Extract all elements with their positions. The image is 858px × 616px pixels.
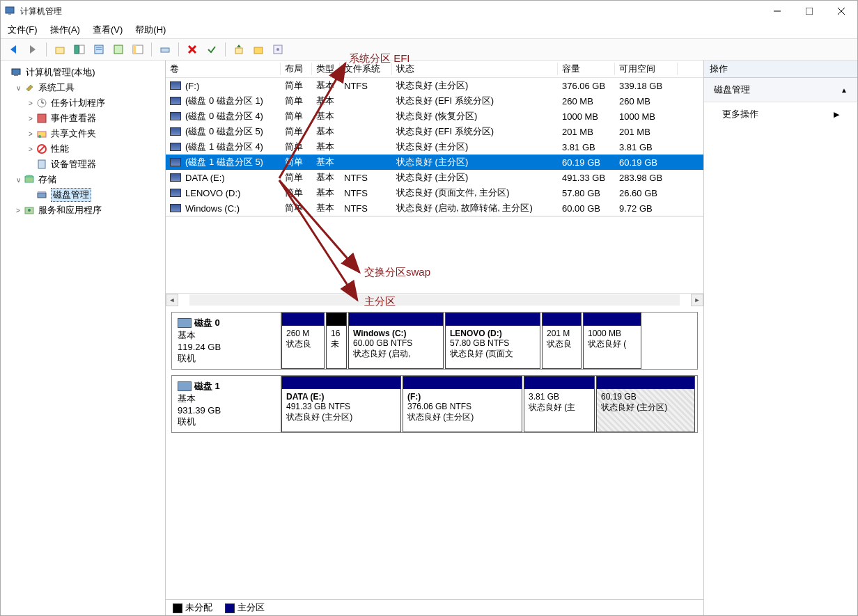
- partition-size: 260 M: [286, 329, 320, 338]
- volume-icon: [170, 158, 181, 166]
- volume-icon: [170, 81, 181, 90]
- tree-item[interactable]: 计算机管理(本地): [1, 65, 165, 80]
- partition[interactable]: 16未: [326, 313, 347, 369]
- menu-help[interactable]: 帮助(H): [135, 24, 166, 36]
- show-hide-tree-button[interactable]: [71, 41, 88, 58]
- settings-icon[interactable]: [157, 41, 173, 58]
- cell: 状态良好 (主分区): [392, 156, 558, 168]
- forward-button[interactable]: [24, 41, 41, 58]
- cell: NTFS: [340, 203, 392, 214]
- tree-item[interactable]: ∨系统工具: [1, 80, 165, 95]
- table-row[interactable]: LENOVO (D:)简单基本NTFS状态良好 (页面文件, 主分区)57.80…: [166, 185, 703, 200]
- partition[interactable]: LENOVO (D:)57.80 GB NTFS状态良好 (页面文: [445, 313, 540, 369]
- annotation-root: 主分区: [364, 295, 396, 308]
- svg-rect-9: [75, 45, 79, 54]
- table-row[interactable]: (磁盘 0 磁盘分区 5)简单基本状态良好 (EFI 系统分区)201 MB20…: [166, 124, 703, 139]
- tree-item[interactable]: >任务计划程序: [1, 95, 165, 111]
- tree-item[interactable]: >性能: [1, 141, 165, 157]
- actions-header: 操作: [704, 61, 857, 78]
- partition-size: 1000 MB: [588, 329, 637, 338]
- partition-size: 57.80 GB NTFS: [450, 338, 536, 348]
- cell: 简单: [281, 95, 312, 107]
- table-row[interactable]: DATA (E:)简单基本NTFS状态良好 (主分区)491.33 GB283.…: [166, 170, 703, 185]
- scroll-track[interactable]: [189, 294, 680, 306]
- disk-name: 磁盘 1: [194, 380, 220, 393]
- scroll-left-icon[interactable]: ◄: [166, 294, 178, 306]
- svg-point-41: [28, 209, 31, 212]
- folder-icon[interactable]: [250, 41, 267, 58]
- disk-info[interactable]: 磁盘 1基本931.39 GB联机: [172, 376, 281, 432]
- export-icon[interactable]: [231, 41, 247, 58]
- disk-size: 119.24 GB: [178, 342, 275, 352]
- partition[interactable]: (F:)376.06 GB NTFS状态良好 (主分区): [403, 376, 522, 432]
- col-layout[interactable]: 布局: [281, 63, 312, 75]
- properties-button[interactable]: [91, 41, 107, 58]
- partition[interactable]: 201 M状态良: [542, 313, 582, 369]
- list-view-button[interactable]: [130, 41, 146, 58]
- table-row[interactable]: (磁盘 1 磁盘分区 5)简单基本状态良好 (主分区)60.19 GB60.19…: [166, 155, 703, 170]
- volume-icon: [170, 143, 181, 151]
- menu-file[interactable]: 文件(F): [8, 24, 38, 36]
- cell: NTFS: [340, 81, 392, 91]
- collapse-icon[interactable]: ▲: [841, 86, 848, 94]
- menu-view[interactable]: 查看(V): [93, 24, 123, 36]
- horizontal-scrollbar[interactable]: ◄ ►: [166, 293, 703, 306]
- svg-rect-16: [133, 45, 136, 54]
- tree-item[interactable]: ∨存储: [1, 172, 165, 187]
- legend: 未分配 主分区: [166, 599, 703, 615]
- table-row[interactable]: (F:)简单基本NTFS状态良好 (主分区)376.06 GB339.18 GB: [166, 78, 703, 93]
- partition[interactable]: 60.19 GB状态良好 (主分区): [596, 376, 695, 432]
- table-row[interactable]: (磁盘 0 磁盘分区 4)简单基本状态良好 (恢复分区)1000 MB1000 …: [166, 109, 703, 124]
- disk-info[interactable]: 磁盘 0基本119.24 GB联机: [172, 313, 281, 369]
- cell: 状态良好 (主分区): [392, 141, 558, 153]
- partition[interactable]: Windows (C:)60.00 GB NTFS状态良好 (启动,: [348, 313, 444, 369]
- options-icon[interactable]: [270, 41, 286, 58]
- delete-icon[interactable]: [184, 41, 201, 58]
- up-icon[interactable]: [52, 41, 68, 58]
- partition[interactable]: 1000 MB状态良好 (: [583, 313, 641, 369]
- maximize-button[interactable]: [793, 1, 825, 22]
- cell: 491.33 GB: [558, 173, 615, 183]
- navigation-tree[interactable]: 计算机管理(本地)∨系统工具>任务计划程序>事件查看器>共享文件夹>性能设备管理…: [1, 61, 166, 615]
- minimize-button[interactable]: [761, 1, 793, 22]
- tree-item[interactable]: 磁盘管理: [1, 187, 165, 203]
- cell: NTFS: [340, 173, 392, 183]
- refresh-button[interactable]: [110, 41, 127, 58]
- menu-action[interactable]: 操作(A): [50, 24, 80, 36]
- tree-label: 磁盘管理: [51, 188, 91, 202]
- partition[interactable]: DATA (E:)491.33 GB NTFS状态良好 (主分区): [281, 376, 401, 432]
- partition-stripe: [327, 313, 346, 326]
- tree-item[interactable]: 设备管理器: [1, 157, 165, 172]
- disk-size: 931.39 GB: [178, 405, 275, 416]
- col-free[interactable]: 可用空间: [615, 63, 678, 75]
- cell: 339.18 GB: [615, 81, 678, 91]
- table-row[interactable]: Windows (C:)简单基本NTFS状态良好 (启动, 故障转储, 主分区)…: [166, 200, 703, 216]
- wrench-icon: [23, 82, 36, 93]
- partition-stripe: [524, 377, 594, 389]
- partition[interactable]: 260 M状态良: [281, 313, 325, 369]
- back-button[interactable]: [5, 41, 22, 58]
- col-capacity[interactable]: 容量: [558, 63, 615, 75]
- tree-item[interactable]: >事件查看器: [1, 111, 165, 126]
- svg-rect-0: [6, 7, 14, 13]
- tree-label: 事件查看器: [51, 112, 96, 125]
- volume-icon: [170, 97, 181, 105]
- col-volume[interactable]: 卷: [166, 63, 281, 75]
- actions-section[interactable]: 磁盘管理 ▲: [704, 78, 857, 102]
- partition-size: 60.19 GB: [601, 392, 690, 402]
- tree-item[interactable]: >服务和应用程序: [1, 203, 165, 218]
- close-button[interactable]: [825, 1, 857, 22]
- col-type[interactable]: 类型: [312, 63, 340, 75]
- actions-more[interactable]: 更多操作 ▶: [704, 102, 857, 126]
- table-row[interactable]: (磁盘 0 磁盘分区 1)简单基本状态良好 (EFI 系统分区)260 MB26…: [166, 93, 703, 109]
- check-icon[interactable]: [203, 41, 220, 58]
- svg-rect-37: [25, 177, 33, 182]
- partition[interactable]: 3.81 GB状态良好 (主: [524, 376, 595, 432]
- partition-size: 3.81 GB: [529, 392, 590, 402]
- tree-label: 计算机管理(本地): [26, 66, 95, 79]
- scroll-right-icon[interactable]: ►: [691, 294, 703, 306]
- tree-item[interactable]: >共享文件夹: [1, 126, 165, 141]
- col-status[interactable]: 状态: [392, 63, 558, 75]
- menubar: 文件(F) 操作(A) 查看(V) 帮助(H): [1, 22, 857, 38]
- table-row[interactable]: (磁盘 1 磁盘分区 4)简单基本状态良好 (主分区)3.81 GB3.81 G…: [166, 139, 703, 155]
